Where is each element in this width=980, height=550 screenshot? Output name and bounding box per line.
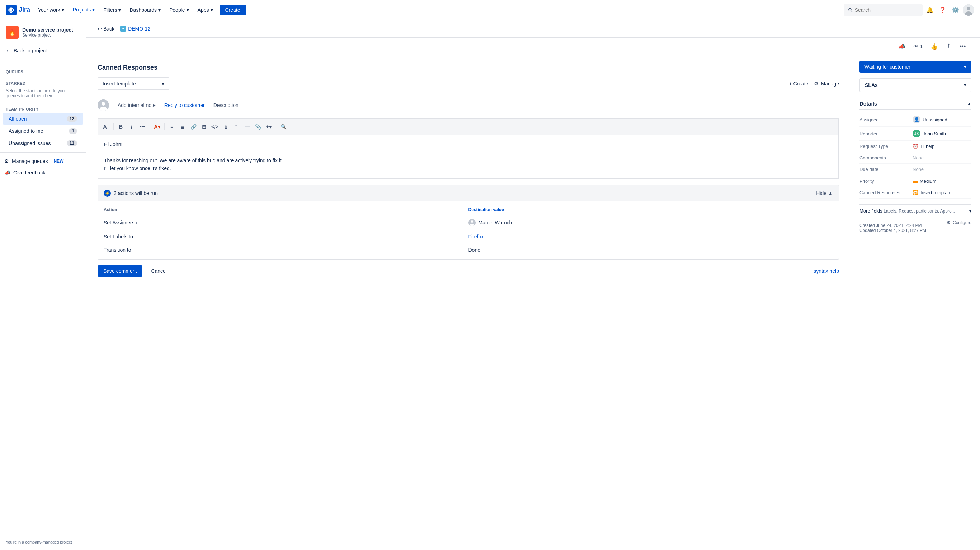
more-fields-label: More fields: [859, 208, 883, 214]
details-header[interactable]: Details ▲: [859, 98, 971, 110]
info-btn[interactable]: ℹ: [221, 122, 231, 132]
back-button[interactable]: ↩ Back: [97, 26, 115, 32]
people-nav[interactable]: People ▾: [166, 5, 192, 15]
priority-label: Priority: [859, 179, 910, 184]
bullet-list-btn[interactable]: ≡: [167, 122, 177, 132]
unassigned-avatar: 👤: [913, 116, 920, 123]
action-row-assignee: Set Assignee to Marcin Woroch: [103, 215, 833, 230]
svg-point-8: [102, 102, 105, 105]
action-row-transition: Transition to Done: [103, 243, 833, 256]
manage-queues-item[interactable]: ⚙ Manage queues NEW: [0, 155, 86, 167]
search-input[interactable]: [855, 7, 918, 13]
give-feedback-item[interactable]: 📣 Give feedback: [0, 167, 86, 179]
canned-responses-value[interactable]: 🔁 Insert template: [913, 190, 971, 195]
canned-responses-field-label: Canned Responses: [859, 190, 910, 195]
megaphone-button[interactable]: 📣: [896, 41, 908, 52]
settings-button[interactable]: ⚙️: [950, 4, 961, 16]
actions-count-label: 3 actions will be run: [114, 190, 158, 196]
canned-actions: + Create ⚙ Manage: [789, 81, 839, 86]
notifications-button[interactable]: 🔔: [924, 4, 935, 16]
sidebar-item-assigned-label: Assigned to me: [9, 128, 43, 134]
request-type-label: Request Type: [859, 143, 910, 149]
font-size-btn[interactable]: A↓: [101, 122, 111, 132]
tab-add-internal-note[interactable]: Add internal note: [113, 99, 160, 112]
sidebar-item-unassigned[interactable]: Unassigned issues 11: [3, 137, 83, 149]
hide-actions-button[interactable]: Hide ▲: [816, 190, 833, 196]
back-label: Back: [103, 26, 115, 32]
more-fields[interactable]: More fields Labels, Request participants…: [859, 204, 971, 217]
text-color-btn[interactable]: A▾: [152, 122, 162, 132]
italic-btn[interactable]: I: [127, 122, 137, 132]
apps-nav[interactable]: Apps ▾: [194, 5, 217, 15]
details-section: Details ▲ Assignee 👤 Unassigned Reporter: [859, 98, 971, 199]
code-btn[interactable]: </>: [210, 122, 220, 132]
projects-nav[interactable]: Projects ▾: [69, 5, 99, 16]
starred-title: STARRED: [0, 75, 86, 87]
your-work-nav[interactable]: Your work ▾: [35, 5, 68, 15]
canned-create-link[interactable]: + Create: [789, 81, 808, 86]
issue-type-icon: ✦: [120, 26, 126, 32]
issue-actions-bar: 📣 👁 1 👍 ⤴ •••: [86, 38, 980, 55]
search-text-btn[interactable]: 🔍: [278, 122, 288, 132]
cancel-button[interactable]: Cancel: [147, 265, 171, 277]
filters-nav[interactable]: Filters ▾: [100, 5, 124, 15]
canned-select-dropdown[interactable]: Insert template... ▾: [97, 77, 169, 90]
action-row-labels: Set Labels to Firefox: [103, 230, 833, 243]
tab-reply-to-customer[interactable]: Reply to customer: [160, 99, 209, 112]
quote-btn[interactable]: ": [231, 122, 242, 132]
sidebar-item-assigned-to-me[interactable]: Assigned to me 1: [3, 125, 83, 137]
canned-select-placeholder: Insert template...: [103, 81, 140, 86]
link-btn[interactable]: 🔗: [188, 122, 198, 132]
issue-area: Canned Responses Insert template... ▾ + …: [86, 55, 980, 285]
more-fields-chevron: ▾: [969, 209, 971, 214]
help-button[interactable]: ❓: [937, 4, 948, 16]
request-type-value[interactable]: ⏰ IT help: [913, 143, 971, 149]
issue-main-panel: Canned Responses Insert template... ▾ + …: [86, 55, 851, 285]
save-comment-button[interactable]: Save comment: [97, 265, 142, 277]
bold-btn[interactable]: B: [116, 122, 126, 132]
action-labels-value[interactable]: Firefox: [468, 234, 484, 239]
sidebar-item-all-open-label: All open: [9, 116, 27, 122]
more-button[interactable]: •••: [957, 41, 969, 52]
ordered-list-btn[interactable]: ≣: [178, 122, 188, 132]
slas-label: SLAs: [865, 82, 878, 88]
reply-tabs: Add internal note Reply to customer Desc…: [97, 99, 839, 112]
share-button[interactable]: ⤴: [943, 41, 954, 52]
thumbsup-button[interactable]: 👍: [928, 41, 940, 52]
actions-table-header: Action Destination value: [103, 204, 833, 215]
assignee-value[interactable]: 👤 Unassigned: [913, 116, 971, 123]
canned-manage-link[interactable]: ⚙ Manage: [814, 81, 839, 86]
plus-btn[interactable]: +▾: [264, 122, 274, 132]
canned-responses-title: Canned Responses: [97, 64, 839, 72]
search-box[interactable]: [844, 4, 923, 16]
sidebar-item-all-open[interactable]: All open 12: [3, 113, 83, 124]
attachment-btn[interactable]: 📎: [253, 122, 263, 132]
more-text-btn[interactable]: •••: [137, 122, 148, 132]
back-to-project[interactable]: ← Back to project: [0, 43, 86, 58]
actions-panel-header: ⚡ 3 actions will be run Hide ▲: [98, 185, 838, 201]
jira-logo[interactable]: Jira: [6, 5, 30, 16]
status-label: Waiting for customer: [864, 64, 910, 70]
hr-btn[interactable]: —: [242, 122, 252, 132]
priority-value[interactable]: ▬ Medium: [913, 178, 971, 184]
user-avatar[interactable]: [963, 4, 974, 16]
dashboards-nav[interactable]: Dashboards ▾: [126, 5, 164, 15]
tab-description[interactable]: Description: [209, 99, 243, 112]
syntax-help-link[interactable]: syntax help: [813, 268, 839, 274]
updated-timestamp: Updated October 4, 2021, 8:27 PM: [859, 228, 971, 233]
status-button[interactable]: Waiting for customer ▾: [859, 61, 971, 73]
reporter-value[interactable]: JS John Smith: [913, 129, 971, 137]
queues-title: Queues: [0, 64, 86, 75]
configure-link[interactable]: ⚙ Configure: [947, 220, 971, 225]
priority-icon: ▬: [913, 178, 918, 184]
logo-text: Jira: [19, 6, 30, 14]
timestamps-area: ⚙ Configure Created June 24, 2021, 2:24 …: [859, 217, 971, 236]
issue-link[interactable]: ✦ DEMO-12: [120, 26, 150, 32]
editor-body[interactable]: Hi John! Thanks for reaching out. We are…: [97, 135, 839, 179]
create-button[interactable]: Create: [220, 5, 246, 16]
detail-row-request-type: Request Type ⏰ IT help: [859, 141, 971, 152]
slas-header[interactable]: SLAs ▾: [860, 79, 971, 92]
svg-point-1: [10, 9, 12, 11]
watch-button[interactable]: 👁 1: [910, 42, 926, 51]
table-btn[interactable]: ⊞: [199, 122, 209, 132]
